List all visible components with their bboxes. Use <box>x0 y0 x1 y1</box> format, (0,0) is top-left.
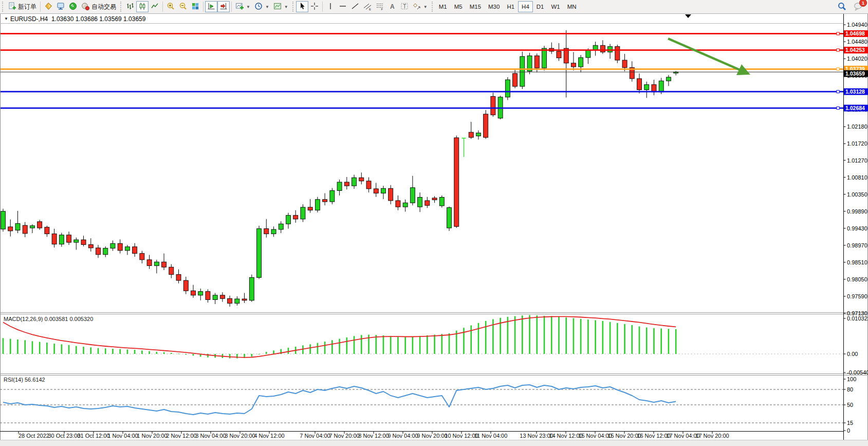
svg-text:0.00: 0.00 <box>847 351 858 357</box>
notification-count-badge: 1 <box>859 0 867 7</box>
zoom-out-button[interactable] <box>177 1 189 12</box>
timeframe-W1[interactable]: W1 <box>548 1 564 12</box>
candle <box>183 280 188 291</box>
new-order-button[interactable]: 新订单 <box>6 1 39 12</box>
new-order-icon <box>8 2 16 12</box>
symbol-ohlc-header[interactable]: ▼EURUSD-,H4 1.03630 1.03686 1.03569 1.03… <box>4 15 145 23</box>
svg-text:0.98050: 0.98050 <box>847 276 867 282</box>
template-icon <box>273 2 282 12</box>
line-handle[interactable] <box>837 91 839 93</box>
candle <box>220 295 225 298</box>
bar-chart-icon <box>126 2 134 12</box>
search-button[interactable] <box>835 1 848 12</box>
svg-text:80: 80 <box>847 386 853 393</box>
signals-button[interactable] <box>67 1 79 12</box>
toolbar-grip[interactable] <box>432 2 433 12</box>
candle <box>396 201 400 207</box>
candle <box>45 227 49 234</box>
charts-window-button[interactable] <box>54 1 67 12</box>
candle <box>505 80 510 97</box>
shapes-icon <box>413 2 421 12</box>
svg-text:A: A <box>390 3 395 10</box>
separator <box>322 2 323 12</box>
auto-scroll-button[interactable] <box>205 1 217 12</box>
chart-area[interactable]: 1.049401.044801.040201.035601.031001.026… <box>0 13 868 446</box>
channel-tool-button[interactable]: E <box>361 1 374 12</box>
timeframe-MN[interactable]: MN <box>564 1 580 12</box>
add-indicator-button[interactable]: ▼ <box>233 1 252 12</box>
svg-text:0.98510: 0.98510 <box>847 259 867 265</box>
periods-button[interactable]: ▼ <box>252 1 271 12</box>
svg-text:1.02684: 1.02684 <box>845 105 865 111</box>
candle <box>447 208 452 228</box>
timeframe-M30[interactable]: M30 <box>485 1 503 12</box>
symbol-label: EURUSD-,H4 <box>10 15 48 23</box>
line-chart-icon <box>151 2 159 12</box>
candle <box>432 198 437 200</box>
svg-text:0.010322: 0.010322 <box>847 315 868 322</box>
timeframe-H4[interactable]: H4 <box>518 1 533 12</box>
timeframe-M5[interactable]: M5 <box>451 1 466 12</box>
candle <box>600 45 605 52</box>
timeframe-M15[interactable]: M15 <box>466 1 485 12</box>
candle <box>403 203 408 207</box>
candle <box>162 262 167 267</box>
horizontal-line-tool-button[interactable] <box>337 1 349 12</box>
trendline-tool-button[interactable] <box>349 1 361 12</box>
chart-shift-button[interactable] <box>217 1 230 12</box>
timeframe-M1[interactable]: M1 <box>435 1 451 12</box>
trading-terminal-window: 新订单 自动交易 <box>0 0 868 446</box>
candle <box>103 248 108 255</box>
chevron-down-icon: ▼ <box>284 5 288 9</box>
separator <box>162 2 163 12</box>
fibonacci-tool-button[interactable]: F <box>374 1 386 12</box>
candle <box>1 211 6 229</box>
candle <box>534 56 539 68</box>
cursor-tool-button[interactable] <box>296 1 308 12</box>
candle <box>637 79 642 90</box>
line-handle[interactable] <box>837 32 839 35</box>
time-axis-label: 15 Nov 20:00 <box>607 433 641 439</box>
candlestick-chart-type-button[interactable] <box>136 1 149 12</box>
svg-text:1.04940: 1.04940 <box>847 22 867 28</box>
timeframe-H1[interactable]: H1 <box>503 1 518 12</box>
crosshair-icon <box>310 2 319 12</box>
svg-text:1.04698: 1.04698 <box>845 30 865 37</box>
styles-palette-button[interactable] <box>42 1 54 12</box>
bar-chart-type-button[interactable] <box>124 1 136 12</box>
crosshair-tool-button[interactable] <box>308 1 321 12</box>
auto-scroll-icon <box>207 2 215 12</box>
candle <box>571 63 576 67</box>
text-label-icon: T <box>400 2 409 12</box>
shapes-tool-button[interactable]: ▼ <box>411 1 430 12</box>
zoom-in-button[interactable] <box>164 1 177 12</box>
line-handle[interactable] <box>837 68 839 70</box>
monitor-icon <box>57 2 65 12</box>
candle <box>249 277 254 300</box>
candle <box>110 243 115 248</box>
autotrade-button[interactable]: 自动交易 <box>79 1 118 12</box>
templates-button[interactable]: ▼ <box>271 1 290 12</box>
vertical-line-icon <box>326 2 335 12</box>
timeframe-D1[interactable]: D1 <box>533 1 548 12</box>
text-tool-button[interactable]: A <box>386 1 398 12</box>
line-handle[interactable] <box>837 106 839 109</box>
macd-indicator-label: MACD(12,26,9) 0.003581 0.005320 <box>4 316 93 322</box>
toolbar-grip[interactable] <box>120 2 121 12</box>
chart-menu-arrow-icon[interactable]: ▼ <box>4 16 8 21</box>
candle <box>513 74 518 86</box>
svg-text:100: 100 <box>847 376 856 382</box>
chart-canvas[interactable]: 1.049401.044801.040201.035601.031001.026… <box>0 13 868 446</box>
candle <box>330 191 335 202</box>
line-handle[interactable] <box>837 49 839 51</box>
svg-text:0.99430: 0.99430 <box>847 225 867 231</box>
toolbar-grip[interactable] <box>292 2 293 12</box>
text-label-tool-button[interactable]: T <box>398 1 411 12</box>
time-axis-label: 3 Nov 20:00 <box>225 433 255 439</box>
candle <box>359 177 364 181</box>
line-chart-type-button[interactable] <box>149 1 161 12</box>
toolbar-grip[interactable] <box>2 2 3 12</box>
vertical-line-tool-button[interactable] <box>324 1 337 12</box>
tile-windows-button[interactable] <box>189 1 201 12</box>
separator <box>203 2 204 12</box>
